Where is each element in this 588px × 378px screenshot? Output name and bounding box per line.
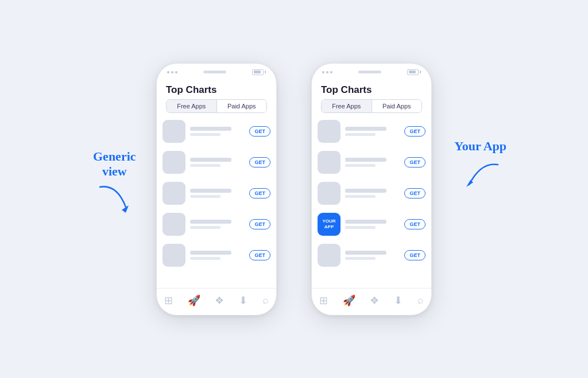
app-sub-bar [190, 257, 220, 260]
get-button[interactable]: GET [404, 188, 425, 198]
table-row: GET [318, 180, 425, 207]
get-button[interactable]: GET [404, 157, 425, 167]
phone-dots-2 [322, 71, 332, 73]
app-name-bar [345, 127, 386, 131]
battery-body-2 [407, 69, 419, 75]
app-name-bar [345, 220, 386, 224]
get-button[interactable]: GET [404, 250, 425, 260]
app-name-bar [190, 220, 231, 224]
app-icon [163, 151, 185, 174]
segment-control-generic[interactable]: Free Apps Paid Apps [166, 99, 267, 113]
phone-yourapp: Top Charts Free Apps Paid Apps GET [311, 63, 432, 315]
phone-generic: Top Charts Free Apps Paid Apps GET [156, 63, 277, 315]
table-row-highlighted: YOURAPP GET [318, 211, 425, 238]
generic-label-text: Genericview [93, 149, 136, 179]
app-info [345, 127, 400, 136]
app-info [345, 189, 400, 198]
get-button[interactable]: GET [404, 126, 425, 137]
app-icon [318, 182, 341, 205]
dot3 [330, 71, 332, 73]
get-button[interactable]: GET [249, 126, 270, 137]
table-row: GET [163, 241, 270, 269]
dot2 [326, 71, 328, 73]
segment-free-yourapp[interactable]: Free Apps [322, 100, 372, 112]
nav-download-icon[interactable]: ⬇ [239, 294, 247, 307]
label-generic: Genericview [93, 149, 136, 216]
table-row: GET [318, 241, 425, 269]
app-name-bar [345, 189, 386, 193]
phone-generic-screen: Top Charts Free Apps Paid Apps GET [157, 79, 276, 288]
phone-battery [252, 69, 266, 75]
app-name-bar [190, 127, 231, 131]
dot3 [175, 71, 177, 73]
app-name-bar [190, 251, 231, 255]
get-button[interactable]: GET [249, 250, 270, 260]
app-icon [163, 182, 185, 205]
bottom-nav-generic: ⊞ 🚀 ❖ ⬇ ⌕ [157, 288, 276, 315]
app-info [190, 158, 245, 167]
phone-generic-wrapper: Genericview [156, 63, 277, 315]
nav-apps-icon-2[interactable]: ⊞ [319, 294, 328, 307]
app-info [190, 220, 245, 229]
your-app-icon: YOURAPP [318, 213, 341, 236]
battery-body [252, 69, 264, 75]
app-icon [163, 244, 185, 267]
segment-control-yourapp[interactable]: Free Apps Paid Apps [321, 99, 422, 113]
dot2 [171, 71, 173, 73]
nav-rocket-icon-2[interactable]: 🚀 [343, 294, 355, 307]
app-sub-bar [190, 195, 220, 198]
nav-search-icon[interactable]: ⌕ [262, 294, 269, 306]
phone-yourapp-screen: Top Charts Free Apps Paid Apps GET [312, 79, 431, 288]
phone-yourapp-topbar [312, 64, 431, 79]
app-sub-bar [190, 164, 220, 167]
phone-dots [167, 71, 177, 73]
get-button[interactable]: GET [249, 188, 270, 198]
segment-paid-generic[interactable]: Paid Apps [216, 100, 267, 112]
app-icon [318, 120, 341, 143]
app-name-bar [345, 251, 386, 255]
phone-battery-2 [407, 69, 421, 75]
app-list-yourapp: GET GET [312, 118, 431, 288]
get-button[interactable]: GET [404, 219, 425, 229]
arrow-left-icon [94, 181, 134, 216]
battery-fill-2 [409, 71, 416, 73]
app-info [345, 158, 400, 167]
app-sub-bar [190, 133, 220, 136]
generic-screen-title: Top Charts [157, 79, 276, 99]
battery-tip [265, 71, 266, 73]
nav-layers-icon[interactable]: ❖ [215, 294, 224, 307]
table-row: GET [318, 118, 425, 145]
nav-rocket-icon[interactable]: 🚀 [188, 294, 200, 307]
table-row: GET [163, 211, 270, 238]
phone-yourapp-wrapper: Your App [311, 63, 432, 315]
get-button[interactable]: GET [249, 157, 270, 167]
nav-download-icon-2[interactable]: ⬇ [394, 294, 403, 307]
app-name-bar [190, 158, 231, 162]
app-sub-bar [190, 226, 220, 229]
app-sub-bar [345, 257, 376, 260]
table-row: GET [163, 180, 270, 207]
battery-fill [254, 71, 261, 73]
yourapp-label-text: Your App [454, 139, 506, 154]
app-info [190, 127, 245, 136]
table-row: GET [163, 149, 270, 176]
app-list-generic: GET GET [157, 118, 276, 288]
battery-tip-2 [420, 71, 421, 73]
scene: Genericview [0, 0, 588, 378]
segment-free-generic[interactable]: Free Apps [167, 100, 216, 112]
segment-paid-yourapp[interactable]: Paid Apps [372, 100, 422, 112]
app-sub-bar [345, 164, 376, 167]
nav-search-icon-2[interactable]: ⌕ [417, 294, 424, 306]
table-row: GET [163, 118, 270, 145]
app-name-bar [190, 189, 231, 193]
app-sub-bar [345, 226, 376, 229]
app-name-bar [345, 158, 386, 162]
nav-apps-icon[interactable]: ⊞ [164, 294, 173, 307]
table-row: GET [318, 149, 425, 176]
arrow-right-icon [458, 156, 504, 196]
get-button[interactable]: GET [249, 219, 270, 229]
phone-notch-2 [358, 71, 381, 73]
app-icon [163, 213, 185, 236]
nav-layers-icon-2[interactable]: ❖ [370, 294, 379, 307]
app-icon [163, 120, 185, 143]
